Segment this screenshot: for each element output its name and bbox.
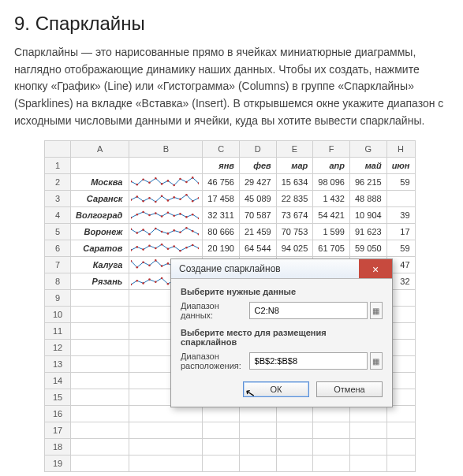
empty-cell[interactable] <box>71 373 129 389</box>
sparkline-cell[interactable] <box>129 191 203 207</box>
empty-cell[interactable] <box>313 406 350 422</box>
column-header[interactable]: H <box>386 141 415 158</box>
data-cell[interactable]: 54 421 <box>313 207 350 224</box>
data-cell[interactable]: 91 623 <box>349 224 386 240</box>
empty-cell[interactable] <box>240 422 277 439</box>
city-cell[interactable]: Москва <box>71 174 129 191</box>
cell[interactable] <box>129 158 203 174</box>
city-cell[interactable]: Саратов <box>71 240 129 257</box>
row-header[interactable]: 10 <box>45 307 71 323</box>
empty-cell[interactable] <box>71 439 129 456</box>
data-cell[interactable]: 20 190 <box>203 240 240 257</box>
column-header[interactable]: A <box>71 141 129 158</box>
empty-cell[interactable] <box>386 456 415 472</box>
city-cell[interactable]: Калуга <box>71 257 129 273</box>
data-cell[interactable]: 29 427 <box>240 174 277 191</box>
data-cell[interactable]: 17 <box>386 224 415 240</box>
column-header[interactable]: C <box>203 141 240 158</box>
data-cell[interactable]: 1 599 <box>313 224 350 240</box>
city-cell[interactable]: Саранск <box>71 191 129 207</box>
sparkline-cell[interactable] <box>129 174 203 191</box>
data-cell[interactable]: 45 089 <box>240 191 277 207</box>
empty-cell[interactable] <box>129 406 203 422</box>
row-header[interactable]: 1 <box>45 158 71 174</box>
data-cell[interactable]: 73 674 <box>276 207 313 224</box>
row-header[interactable]: 9 <box>45 290 71 307</box>
data-cell[interactable]: 59 <box>386 240 415 257</box>
data-cell[interactable]: 10 904 <box>349 207 386 224</box>
empty-cell[interactable] <box>276 406 313 422</box>
empty-cell[interactable] <box>71 456 129 472</box>
empty-cell[interactable] <box>71 307 129 323</box>
data-cell[interactable]: 21 459 <box>240 224 277 240</box>
row-header[interactable]: 11 <box>45 323 71 340</box>
empty-cell[interactable] <box>71 389 129 406</box>
column-header[interactable]: D <box>240 141 277 158</box>
data-cell[interactable]: 22 835 <box>276 191 313 207</box>
empty-cell[interactable] <box>203 456 240 472</box>
data-cell[interactable]: 61 705 <box>313 240 350 257</box>
empty-cell[interactable] <box>203 422 240 439</box>
empty-cell[interactable] <box>313 422 350 439</box>
row-header[interactable]: 15 <box>45 389 71 406</box>
empty-cell[interactable] <box>276 456 313 472</box>
empty-cell[interactable] <box>276 439 313 456</box>
empty-cell[interactable] <box>240 456 277 472</box>
data-cell[interactable]: 98 096 <box>313 174 350 191</box>
row-header[interactable]: 18 <box>45 439 71 456</box>
empty-cell[interactable] <box>313 456 350 472</box>
empty-cell[interactable] <box>203 439 240 456</box>
location-range-input[interactable] <box>249 352 368 370</box>
data-cell[interactable] <box>386 191 415 207</box>
row-header[interactable]: 14 <box>45 373 71 389</box>
row-header[interactable]: 5 <box>45 224 71 240</box>
empty-cell[interactable] <box>349 439 386 456</box>
month-header-cell[interactable]: мар <box>276 158 313 174</box>
city-cell[interactable]: Волгоград <box>71 207 129 224</box>
row-header[interactable]: 4 <box>45 207 71 224</box>
row-header[interactable]: 16 <box>45 406 71 422</box>
empty-cell[interactable] <box>129 456 203 472</box>
column-header[interactable]: E <box>276 141 313 158</box>
cancel-button[interactable]: Отмена <box>316 381 383 397</box>
empty-cell[interactable] <box>129 422 203 439</box>
range-picker-icon[interactable]: ▦ <box>370 352 383 370</box>
empty-cell[interactable] <box>71 406 129 422</box>
month-header-cell[interactable]: май <box>349 158 386 174</box>
row-header[interactable]: 2 <box>45 174 71 191</box>
row-header[interactable]: 3 <box>45 191 71 207</box>
empty-cell[interactable] <box>71 422 129 439</box>
empty-cell[interactable] <box>71 356 129 373</box>
month-header-cell[interactable]: фев <box>240 158 277 174</box>
empty-cell[interactable] <box>276 422 313 439</box>
sparkline-cell[interactable] <box>129 224 203 240</box>
row-header[interactable]: 12 <box>45 340 71 356</box>
empty-cell[interactable] <box>71 323 129 340</box>
row-header[interactable]: 6 <box>45 240 71 257</box>
close-icon[interactable]: × <box>359 259 392 278</box>
column-header[interactable]: B <box>129 141 203 158</box>
data-cell[interactable]: 48 888 <box>349 191 386 207</box>
data-cell[interactable]: 94 025 <box>276 240 313 257</box>
month-header-cell[interactable]: янв <box>203 158 240 174</box>
data-range-input[interactable] <box>249 302 368 319</box>
data-cell[interactable]: 1 432 <box>313 191 350 207</box>
data-cell[interactable]: 59 <box>386 174 415 191</box>
month-header-cell[interactable]: апр <box>313 158 350 174</box>
empty-cell[interactable] <box>240 439 277 456</box>
cell[interactable] <box>71 158 129 174</box>
row-header[interactable]: 8 <box>45 273 71 290</box>
month-header-cell[interactable]: июн <box>386 158 415 174</box>
row-header[interactable]: 17 <box>45 422 71 439</box>
empty-cell[interactable] <box>349 422 386 439</box>
column-header[interactable]: G <box>349 141 386 158</box>
data-cell[interactable]: 64 544 <box>240 240 277 257</box>
data-cell[interactable]: 15 634 <box>276 174 313 191</box>
range-picker-icon[interactable]: ▦ <box>370 302 383 319</box>
empty-cell[interactable] <box>386 406 415 422</box>
empty-cell[interactable] <box>71 340 129 356</box>
data-cell[interactable]: 70 753 <box>276 224 313 240</box>
row-header[interactable]: 19 <box>45 456 71 472</box>
empty-cell[interactable] <box>203 406 240 422</box>
city-cell[interactable]: Воронеж <box>71 224 129 240</box>
